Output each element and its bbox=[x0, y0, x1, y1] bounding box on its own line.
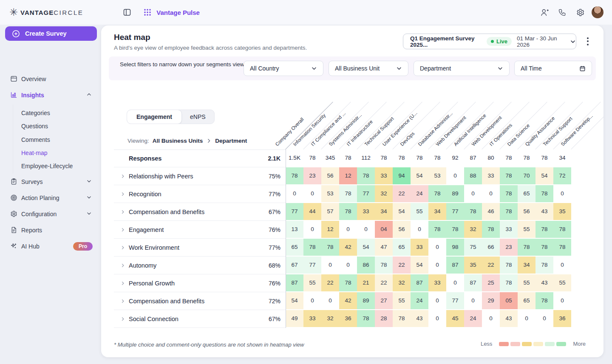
heatmap-cell[interactable]: 34 bbox=[518, 257, 536, 274]
sidebar-item-action-planing[interactable]: Action Planing bbox=[0, 191, 101, 204]
heatmap-cell[interactable]: 78 bbox=[553, 221, 571, 239]
heatmap-cell[interactable]: 43 bbox=[411, 310, 428, 328]
heatmap-cell[interactable]: 0 bbox=[428, 292, 446, 310]
expand-chevron-icon[interactable] bbox=[120, 227, 125, 232]
heatmap-cell[interactable]: 0 bbox=[339, 221, 357, 239]
heatmap-cell[interactable]: 87 bbox=[464, 150, 482, 167]
heatmap-cell[interactable]: 56 bbox=[393, 221, 411, 239]
heatmap-cell[interactable]: 0 bbox=[553, 292, 571, 310]
heatmap-cell[interactable]: 78 bbox=[500, 150, 518, 167]
heatmap-cell[interactable]: 54 bbox=[286, 292, 303, 310]
heatmap-cell[interactable]: 05 bbox=[500, 292, 518, 310]
survey-selector[interactable]: Q1 Engagement Survey 2025... Live 01 Mar… bbox=[403, 34, 576, 49]
heatmap-cell[interactable]: 29 bbox=[482, 292, 500, 310]
row-label-cell[interactable]: Autonomy68% bbox=[114, 257, 286, 274]
heatmap-cell[interactable]: 0 bbox=[411, 221, 428, 239]
heatmap-cell[interactable]: 78 bbox=[393, 310, 411, 328]
row-label-cell[interactable]: Work Environment77% bbox=[114, 239, 286, 257]
heatmap-cell[interactable]: 94 bbox=[393, 167, 411, 185]
user-avatar[interactable] bbox=[592, 6, 604, 18]
expand-chevron-icon[interactable] bbox=[120, 263, 125, 268]
heatmap-cell[interactable]: 53 bbox=[321, 185, 339, 203]
heatmap-cell[interactable]: 04 bbox=[375, 221, 393, 239]
heatmap-cell[interactable]: 78 bbox=[518, 239, 536, 257]
heatmap-cell[interactable]: 56 bbox=[321, 167, 339, 185]
heatmap-cell[interactable]: 88 bbox=[464, 167, 482, 185]
heatmap-cell[interactable]: 78 bbox=[536, 150, 553, 167]
gear-icon[interactable] bbox=[574, 6, 586, 19]
heatmap-cell[interactable]: 33 bbox=[428, 274, 446, 292]
heatmap-cell[interactable]: 78 bbox=[500, 167, 518, 185]
heatmap-cell[interactable]: 65 bbox=[518, 185, 536, 203]
heatmap-cell[interactable]: 77 bbox=[446, 203, 464, 221]
heatmap-cell[interactable]: 33 bbox=[482, 167, 500, 185]
heatmap-cell[interactable]: 27 bbox=[375, 292, 393, 310]
heatmap-cell[interactable]: 77 bbox=[357, 185, 375, 203]
heatmap-cell[interactable]: 0 bbox=[357, 221, 375, 239]
heatmap-cell[interactable]: 0 bbox=[428, 239, 446, 257]
heatmap-cell[interactable]: 78 bbox=[536, 239, 553, 257]
heatmap-cell[interactable]: 78 bbox=[500, 274, 518, 292]
heatmap-cell[interactable]: 46 bbox=[482, 203, 500, 221]
heatmap-cell[interactable]: 0 bbox=[553, 185, 571, 203]
heatmap-cell[interactable]: 54 bbox=[357, 239, 375, 257]
heatmap-cell[interactable]: 0 bbox=[303, 221, 321, 239]
heatmap-cell[interactable]: 112 bbox=[357, 150, 375, 167]
heatmap-cell[interactable]: 78 bbox=[518, 150, 536, 167]
heatmap-cell[interactable]: 34 bbox=[553, 150, 571, 167]
heatmap-cell[interactable]: 43 bbox=[536, 203, 553, 221]
heatmap-cell[interactable]: 0 bbox=[482, 185, 500, 203]
heatmap-cell[interactable]: 78 bbox=[339, 203, 357, 221]
row-label-cell[interactable]: Social Connection67% bbox=[114, 310, 286, 328]
heatmap-cell[interactable]: 0 bbox=[321, 257, 339, 274]
heatmap-cell[interactable]: 78 bbox=[393, 150, 411, 167]
sidebar-item-categories[interactable]: Categories bbox=[0, 106, 101, 119]
heatmap-cell[interactable]: 78 bbox=[464, 203, 482, 221]
sidebar-item-employee-lifecycle[interactable]: Employee-Lifecycle bbox=[0, 159, 101, 172]
heatmap-cell[interactable]: 0 bbox=[482, 310, 500, 328]
heatmap-cell[interactable]: 65 bbox=[393, 239, 411, 257]
create-survey-button[interactable]: Create Survey bbox=[5, 26, 97, 41]
heatmap-cell[interactable]: 0 bbox=[339, 257, 357, 274]
heatmap-cell[interactable]: 78 bbox=[357, 167, 375, 185]
heatmap-cell[interactable]: 43 bbox=[500, 310, 518, 328]
heatmap-cell[interactable]: 0 bbox=[428, 310, 446, 328]
heatmap-cell[interactable]: 0 bbox=[303, 185, 321, 203]
country-filter-dropdown[interactable]: All Country bbox=[244, 61, 323, 76]
heatmap-cell[interactable]: 65 bbox=[286, 239, 303, 257]
heatmap-cell[interactable]: 78 bbox=[536, 292, 553, 310]
heatmap-cell[interactable]: 67 bbox=[286, 257, 303, 274]
heatmap-cell[interactable]: 0 bbox=[464, 292, 482, 310]
sidebar-item-surveys[interactable]: Surveys bbox=[0, 175, 101, 188]
heatmap-cell[interactable]: 44 bbox=[303, 203, 321, 221]
heatmap-cell[interactable]: 78 bbox=[286, 167, 303, 185]
heatmap-cell[interactable]: 78 bbox=[428, 150, 446, 167]
heatmap-cell[interactable]: 49 bbox=[286, 310, 303, 328]
heatmap-cell[interactable]: 0 bbox=[321, 292, 339, 310]
heatmap-cell[interactable]: 33 bbox=[357, 203, 375, 221]
heatmap-cell[interactable]: 87 bbox=[464, 274, 482, 292]
heatmap-cell[interactable]: 55 bbox=[303, 274, 321, 292]
heatmap-cell[interactable]: 0 bbox=[428, 257, 446, 274]
heatmap-cell[interactable]: 22 bbox=[321, 274, 339, 292]
heatmap-cell[interactable]: 23 bbox=[500, 239, 518, 257]
heatmap-cell[interactable]: 92 bbox=[446, 150, 464, 167]
expand-chevron-icon[interactable] bbox=[120, 316, 125, 322]
heatmap-cell[interactable]: 32 bbox=[393, 274, 411, 292]
heatmap-cell[interactable]: 24 bbox=[411, 292, 428, 310]
heatmap-cell[interactable]: 22 bbox=[482, 257, 500, 274]
row-label-cell[interactable]: Compensation and Benefits72% bbox=[114, 292, 286, 310]
app-grid-icon[interactable] bbox=[141, 6, 154, 19]
heatmap-cell[interactable]: 22 bbox=[393, 185, 411, 203]
heatmap-cell[interactable]: 36 bbox=[339, 310, 357, 328]
time-filter-dropdown[interactable]: All Time bbox=[514, 61, 592, 76]
heatmap-cell[interactable]: 34 bbox=[428, 203, 446, 221]
heatmap-cell[interactable]: 78 bbox=[321, 239, 339, 257]
department-filter-dropdown[interactable]: Department bbox=[414, 61, 510, 76]
heatmap-cell[interactable]: 78 bbox=[553, 239, 571, 257]
heatmap-cell[interactable]: 0 bbox=[536, 310, 553, 328]
expand-chevron-icon[interactable] bbox=[120, 209, 125, 214]
heatmap-cell[interactable]: 1.5K bbox=[286, 150, 303, 167]
heatmap-cell[interactable]: 32 bbox=[375, 185, 393, 203]
heatmap-cell[interactable]: 0 bbox=[286, 185, 303, 203]
